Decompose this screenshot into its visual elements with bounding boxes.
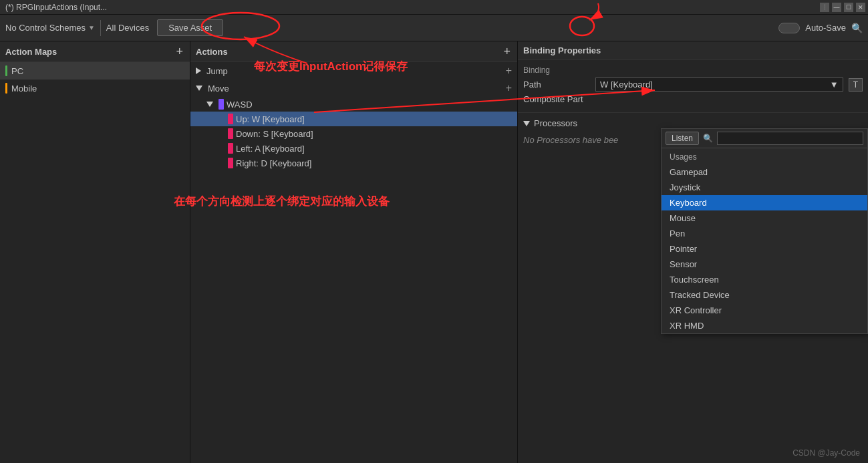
processors-label: Processors (534, 118, 577, 128)
action-map-item-mobile[interactable]: Mobile (0, 80, 190, 97)
menu-btn[interactable]: ⋮ (820, 3, 829, 12)
action-map-item-pc[interactable]: PC (0, 62, 190, 80)
left-color-dot (228, 143, 233, 154)
listen-button[interactable]: Listen (666, 132, 699, 145)
up-color-dot (228, 114, 233, 124)
add-jump-binding-button[interactable]: + (506, 65, 512, 77)
control-schemes-dropdown-arrow[interactable]: ▼ (88, 24, 95, 31)
no-control-schemes-label: No Control Schemes (5, 23, 86, 33)
binding-left[interactable]: Left: A [Keyboard] (190, 141, 517, 156)
pc-label: PC (11, 66, 23, 76)
action-item-move[interactable]: Move + (190, 80, 517, 97)
dropdown-item-gamepad[interactable]: Gamepad (662, 164, 867, 180)
search-icon[interactable]: 🔍 (851, 23, 863, 33)
move-label: Move (208, 84, 229, 94)
right-color-dot (228, 158, 233, 168)
expand-processors-icon (523, 121, 530, 126)
expand-move-icon (196, 86, 202, 91)
right-label: Right: D [Keyboard] (236, 158, 311, 168)
action-maps-title: Action Maps (5, 47, 57, 57)
minimize-btn[interactable]: — (832, 3, 841, 12)
left-label: Left: A [Keyboard] (236, 144, 305, 154)
add-move-binding-button[interactable]: + (506, 82, 512, 94)
toolbar: No Control Schemes ▼ All Devices Save As… (0, 15, 868, 41)
expand-jump-icon (196, 67, 201, 74)
mobile-color-bar (5, 83, 7, 94)
dropdown-item-keyboard[interactable]: Keyboard (662, 195, 867, 210)
watermark: CSDN @Jay-Code (792, 448, 860, 458)
dropdown-item-mouse[interactable]: Mouse (662, 210, 867, 226)
path-t-button[interactable]: T (849, 78, 863, 92)
add-action-button[interactable]: + (502, 45, 512, 57)
pc-color-bar (5, 65, 7, 76)
dropdown-item-xr-controller[interactable]: XR Controller (662, 303, 867, 318)
auto-save-toggle[interactable] (778, 23, 800, 33)
dropdown-item-joystick[interactable]: Joystick (662, 180, 867, 195)
binding-right[interactable]: Right: D [Keyboard] (190, 156, 517, 170)
action-maps-panel: Action Maps + PC Mobile (0, 41, 190, 463)
dropdown-item-touchscreen[interactable]: Touchscreen (662, 272, 867, 287)
save-asset-button[interactable]: Save Asset (157, 19, 223, 36)
toolbar-right: Auto-Save 🔍 (778, 23, 863, 33)
dropdown-list: Usages Gamepad Joystick Keyboard Mouse P… (662, 148, 867, 333)
auto-save-label: Auto-Save (805, 23, 846, 33)
binding-properties-title: Binding Properties (518, 41, 868, 60)
composite-part-row: Composite Part (523, 94, 863, 104)
actions-panel: Actions + Jump + Move + WASD (190, 41, 518, 463)
binding-properties-panel: Binding Properties Binding Path W [Keybo… (518, 41, 868, 463)
expand-wasd-icon (206, 102, 213, 107)
path-value-button[interactable]: W [Keyboard] ▼ (595, 78, 843, 92)
toolbar-left: No Control Schemes ▼ All Devices Save As… (5, 19, 223, 36)
title-bar: (*) RPGInputActions (Input... ⋮ — ☐ ✕ (0, 0, 868, 15)
down-label: Down: S [Keyboard] (236, 129, 313, 139)
dropdown-item-tracked-device[interactable]: Tracked Device (662, 287, 867, 303)
dropdown-item-sensor[interactable]: Sensor (662, 257, 867, 272)
path-value-text: W [Keyboard] (600, 80, 653, 90)
dropdown-category-usages: Usages (662, 148, 867, 164)
binding-section-label: Binding (523, 65, 863, 75)
action-item-jump[interactable]: Jump + (190, 62, 517, 80)
dropdown-item-pointer[interactable]: Pointer (662, 241, 867, 257)
add-action-map-button[interactable]: + (174, 45, 184, 57)
maximize-btn[interactable]: ☐ (844, 3, 853, 12)
actions-title: Actions (196, 47, 228, 57)
jump-label: Jump (206, 66, 228, 76)
mobile-label: Mobile (11, 84, 37, 94)
composite-wasd[interactable]: WASD (190, 97, 517, 112)
processors-title: Processors (523, 118, 863, 128)
dropdown-item-xr-hmd[interactable]: XR HMD (662, 318, 867, 333)
main-content: Action Maps + PC Mobile Actions + Jump + (0, 41, 868, 463)
binding-section: Binding Path W [Keyboard] ▼ T Composite … (518, 60, 868, 113)
dropdown-item-pen[interactable]: Pen (662, 226, 867, 241)
actions-list: Jump + Move + WASD Up: W [Keyboard] (190, 62, 517, 463)
path-dropdown-arrow: ▼ (830, 80, 839, 90)
action-maps-header: Action Maps + (0, 41, 190, 62)
device-dropdown: Listen 🔍 Usages Gamepad Joystick Keyboar… (661, 128, 868, 334)
binding-down[interactable]: Down: S [Keyboard] (190, 126, 517, 141)
dropdown-search-input[interactable] (717, 132, 863, 145)
composite-part-label: Composite Part (523, 94, 590, 104)
actions-header: Actions + (190, 41, 517, 62)
wasd-color-dot (219, 99, 224, 110)
dropdown-search-row: Listen 🔍 (662, 129, 867, 148)
window-title: (*) RPGInputActions (Input... (5, 3, 107, 12)
wasd-label: WASD (227, 100, 253, 110)
path-row: Path W [Keyboard] ▼ T (523, 78, 863, 92)
window-controls: ⋮ — ☐ ✕ (820, 3, 865, 12)
up-label: Up: W [Keyboard] (236, 114, 305, 124)
binding-up[interactable]: Up: W [Keyboard] (190, 112, 517, 126)
all-devices-label: All Devices (106, 23, 149, 33)
toolbar-divider (100, 20, 101, 36)
close-btn[interactable]: ✕ (856, 3, 865, 12)
down-color-dot (228, 128, 233, 139)
search-icon-dropdown: 🔍 (703, 134, 713, 143)
path-label: Path (523, 80, 590, 90)
